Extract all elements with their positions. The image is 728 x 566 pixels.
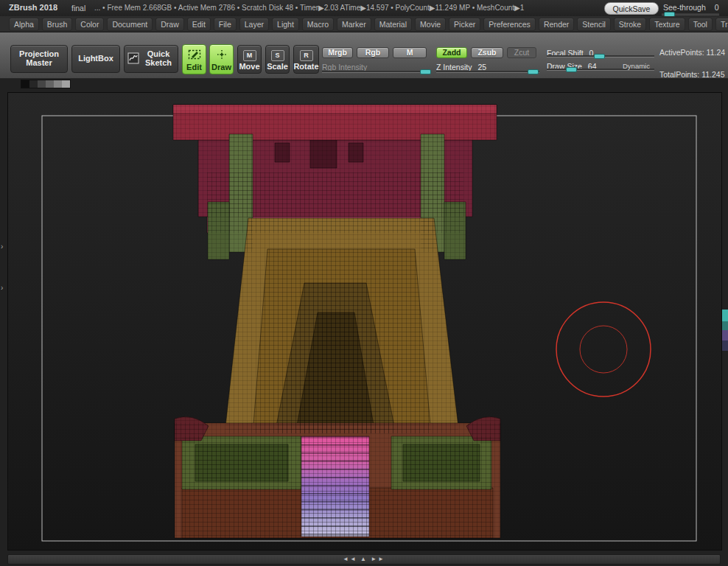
draw-label: Draw — [211, 63, 231, 72]
menu-item-light[interactable]: Light — [272, 18, 299, 31]
menu-item-edit[interactable]: Edit — [187, 18, 211, 31]
menu-item-transform[interactable]: Transform — [715, 18, 728, 31]
total-points-readout: TotalPoints: 11.245 — [659, 70, 725, 79]
move-icon: M — [243, 50, 256, 61]
seethrough-label: See-through — [663, 3, 706, 12]
menu-item-brush[interactable]: Brush — [42, 18, 72, 31]
menu-bar: Alpha Brush Color Document Draw Edit Fil… — [0, 16, 728, 32]
move-button[interactable]: M Move — [237, 45, 262, 74]
menu-item-marker[interactable]: Marker — [337, 18, 371, 31]
quick-sketch-button[interactable]: Quick Sketch — [124, 45, 178, 73]
move-label: Move — [239, 63, 259, 71]
rgb-button[interactable]: Rgb — [357, 47, 389, 58]
title-bar: ZBrush 2018 final ... • Free Mem 2.668GB… — [0, 0, 728, 17]
z-intensity-handle[interactable] — [528, 69, 539, 74]
brush-cursor-icon — [556, 302, 651, 396]
focal-shift-handle[interactable] — [594, 54, 605, 59]
quick-sketch-icon — [127, 52, 139, 66]
quick-sketch-label: Quick Sketch — [142, 50, 175, 67]
draw-button[interactable]: Draw — [209, 44, 234, 74]
mrgb-button[interactable]: Mrgb — [322, 47, 353, 58]
rotate-button[interactable]: R Rotate — [293, 45, 319, 74]
gradient-strip — [21, 80, 71, 88]
menu-item-material[interactable]: Material — [374, 18, 412, 31]
lightbox-button[interactable]: LightBox — [71, 45, 120, 73]
menu-item-render[interactable]: Render — [539, 18, 574, 31]
menu-item-stencil[interactable]: Stencil — [577, 18, 611, 31]
menu-item-movie[interactable]: Movie — [415, 18, 446, 31]
zsub-button[interactable]: Zsub — [471, 47, 503, 58]
stair-steps-shading — [301, 436, 369, 537]
dynamic-label: Dynamic — [623, 62, 650, 70]
document-canvas[interactable] — [7, 92, 722, 551]
app-title: ZBrush 2018 — [9, 3, 57, 12]
menu-item-tool[interactable]: Tool — [688, 18, 713, 31]
active-points-readout: ActivePoints: 11.24 — [659, 48, 725, 57]
m-button[interactable]: M — [393, 47, 427, 58]
document-name: final — [71, 4, 85, 13]
memory-stats: ... • Free Mem 2.668GB • Active Mem 2786… — [94, 4, 603, 12]
focal-shift-slider[interactable]: Focal Shift0 — [547, 46, 654, 57]
scale-label: Scale — [267, 63, 288, 71]
rotate-label: Rotate — [293, 63, 318, 71]
zbrush-window: { "title_bar": { "app_title": "ZBrush 20… — [0, 0, 728, 566]
menu-item-preferences[interactable]: Preferences — [483, 18, 536, 31]
zadd-button[interactable]: Zadd — [436, 47, 467, 58]
menu-item-layer[interactable]: Layer — [239, 18, 269, 31]
menu-item-stroke[interactable]: Stroke — [614, 18, 646, 31]
menu-item-file[interactable]: File — [214, 18, 237, 31]
seethrough-slider-label: See-through 0 — [663, 3, 719, 12]
draw-icon — [216, 49, 228, 62]
menu-item-macro[interactable]: Macro — [302, 18, 334, 31]
left-tray-arrow-icon-2[interactable]: › — [1, 284, 7, 292]
menu-item-draw[interactable]: Draw — [155, 18, 184, 31]
menu-item-picker[interactable]: Picker — [449, 18, 480, 31]
left-tray-arrow-icon[interactable]: › — [1, 243, 7, 251]
draw-size-handle[interactable] — [566, 67, 577, 72]
edit-icon — [188, 49, 201, 62]
menu-item-color[interactable]: Color — [75, 18, 104, 31]
rgb-intensity-track[interactable] — [322, 71, 431, 72]
bottom-dock-bar[interactable]: ◄◄ ▲ ►► — [7, 554, 721, 565]
edit-label: Edit — [186, 63, 202, 72]
menu-item-document[interactable]: Document — [107, 18, 153, 31]
scale-icon: S — [271, 50, 284, 61]
dock-arrows-icon[interactable]: ◄◄ ▲ ►► — [8, 556, 720, 562]
scale-button[interactable]: S Scale — [265, 45, 290, 74]
quicksave-button[interactable]: QuickSave — [604, 2, 659, 15]
rgb-intensity-slider[interactable]: Rgb Intensity — [322, 60, 431, 73]
edit-button[interactable]: Edit — [182, 44, 206, 74]
top-shelf-toolbar: Projection Master LightBox Quick Sketch … — [0, 32, 728, 79]
zcut-button[interactable]: Zcut — [507, 47, 536, 58]
rotate-icon: R — [300, 50, 313, 61]
menu-item-texture[interactable]: Texture — [649, 18, 685, 31]
menu-item-alpha[interactable]: Alpha — [9, 18, 39, 31]
z-intensity-slider[interactable]: Z Intensity25 — [436, 60, 539, 73]
sculpt-viewport — [8, 93, 721, 550]
right-tray-handle[interactable] — [722, 310, 728, 351]
projection-master-button[interactable]: Projection Master — [10, 45, 68, 73]
seethrough-value: 0 — [715, 3, 719, 12]
rgb-intensity-handle[interactable] — [420, 69, 431, 74]
z-intensity-track[interactable] — [436, 71, 539, 72]
